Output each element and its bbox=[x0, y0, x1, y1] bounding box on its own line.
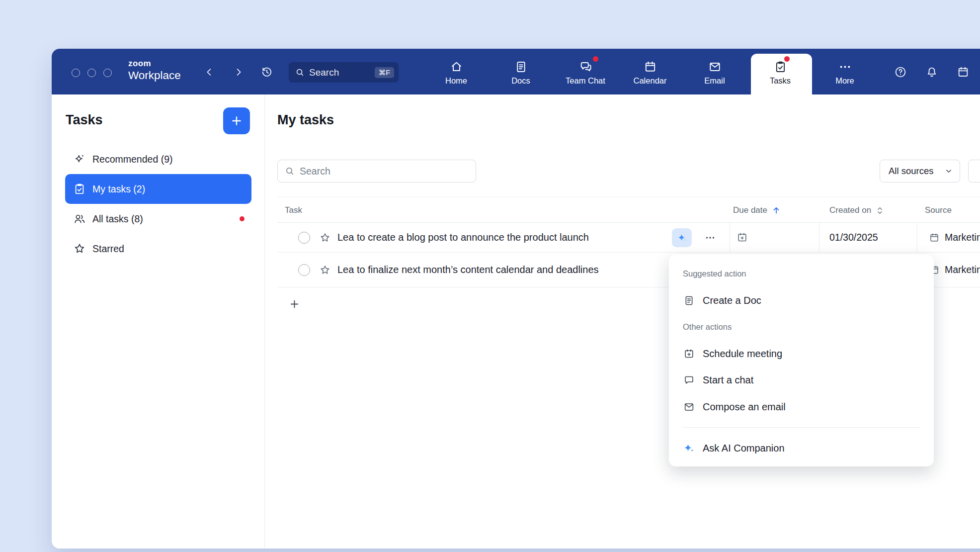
chat-bubble-icon bbox=[683, 374, 695, 386]
sidebar-item-my-tasks[interactable]: My tasks (2) bbox=[65, 174, 251, 204]
nav-more[interactable]: More bbox=[816, 60, 874, 91]
doc-icon bbox=[683, 295, 695, 306]
global-search-input[interactable] bbox=[309, 67, 370, 78]
sidebar-item-label: All tasks (8) bbox=[92, 213, 143, 225]
sources-filter-button[interactable]: All sources bbox=[880, 160, 960, 183]
ai-companion-button[interactable] bbox=[672, 228, 692, 247]
sidebar-item-starred[interactable]: Starred bbox=[65, 234, 251, 264]
schedule-button[interactable] bbox=[954, 63, 972, 81]
menu-section-label: Suggested action bbox=[683, 268, 746, 279]
task-row[interactable]: Lea to create a blog post to announce th… bbox=[277, 223, 980, 253]
sort-ascending-icon bbox=[771, 205, 781, 215]
column-source-label: Source bbox=[925, 205, 952, 215]
window-control-minimize[interactable] bbox=[87, 69, 96, 77]
task-source: Marketing bbox=[945, 223, 980, 252]
menu-item-label: Schedule meeting bbox=[703, 348, 782, 360]
task-search-input[interactable] bbox=[300, 166, 469, 177]
row-more-button[interactable] bbox=[701, 229, 720, 247]
nav-team-chat[interactable]: Team Chat bbox=[557, 60, 614, 91]
column-source[interactable]: Source bbox=[925, 197, 952, 223]
global-search[interactable]: ⌘F bbox=[289, 62, 399, 83]
menu-section-label: Other actions bbox=[683, 321, 732, 333]
calendar-plus-icon bbox=[683, 348, 695, 360]
home-icon bbox=[450, 60, 463, 74]
nav-calendar-label: Calendar bbox=[634, 76, 667, 86]
window-control-maximize[interactable] bbox=[103, 69, 112, 77]
chevron-right-icon bbox=[233, 67, 244, 78]
help-button[interactable] bbox=[892, 63, 909, 81]
history-button[interactable] bbox=[258, 63, 276, 81]
task-complete-checkbox[interactable] bbox=[298, 264, 310, 276]
team-chat-icon bbox=[579, 60, 592, 74]
search-shortcut-badge: ⌘F bbox=[375, 67, 394, 78]
sources-filter-label: All sources bbox=[889, 166, 933, 177]
nav-email[interactable]: Email bbox=[686, 60, 743, 91]
set-due-date-icon[interactable] bbox=[736, 232, 748, 243]
help-icon bbox=[894, 66, 907, 79]
menu-item-ask-ai-companion[interactable]: Ask AI Companion bbox=[683, 437, 920, 459]
bell-icon bbox=[925, 66, 938, 79]
nav-tasks[interactable]: Tasks bbox=[751, 60, 809, 91]
cell-divider bbox=[730, 223, 730, 252]
cell-divider bbox=[917, 223, 917, 252]
notifications-button[interactable] bbox=[923, 63, 941, 81]
menu-item-label: Ask AI Companion bbox=[703, 443, 785, 454]
chevron-left-icon bbox=[204, 67, 215, 78]
task-complete-checkbox[interactable] bbox=[298, 232, 310, 244]
chevron-down-icon bbox=[944, 167, 953, 176]
menu-item-compose-email[interactable]: Compose an email bbox=[683, 396, 920, 418]
email-icon bbox=[708, 60, 722, 74]
task-list-icon bbox=[73, 183, 86, 195]
topbar: zoom Workplace ⌘F Home Docs Team Ch bbox=[52, 49, 980, 94]
star-icon[interactable] bbox=[319, 264, 331, 276]
nav-email-label: Email bbox=[704, 76, 725, 86]
all-tasks-notification-dot bbox=[240, 216, 245, 221]
sidebar-item-recommended[interactable]: Recommended (9) bbox=[65, 144, 251, 174]
page-title: My tasks bbox=[277, 112, 334, 128]
nav-calendar[interactable]: Calendar bbox=[621, 60, 679, 91]
nav-home[interactable]: Home bbox=[427, 60, 485, 91]
sort-both-icon bbox=[875, 206, 885, 215]
calendar-icon bbox=[644, 60, 657, 74]
nav-docs[interactable]: Docs bbox=[492, 60, 550, 91]
nav-team-chat-label: Team Chat bbox=[566, 76, 605, 86]
add-task-row-button[interactable] bbox=[287, 296, 302, 311]
table-header: Task Due date Created on Source bbox=[277, 197, 980, 223]
menu-divider bbox=[683, 427, 920, 428]
tasks-notification-dot bbox=[784, 56, 790, 62]
column-due-date[interactable]: Due date bbox=[733, 197, 781, 223]
sidebar-title: Tasks bbox=[66, 112, 103, 128]
source-calendar-icon bbox=[929, 232, 940, 243]
column-created-on[interactable]: Created on bbox=[829, 197, 885, 223]
star-icon[interactable] bbox=[319, 232, 331, 244]
search-icon bbox=[285, 166, 295, 176]
overflow-filter-button[interactable] bbox=[968, 160, 980, 183]
window-control-close[interactable] bbox=[72, 69, 80, 77]
ai-actions-menu: Suggested action Create a Doc Other acti… bbox=[669, 255, 934, 466]
forward-button[interactable] bbox=[230, 63, 247, 81]
new-task-button[interactable] bbox=[223, 107, 250, 134]
menu-item-start-chat[interactable]: Start a chat bbox=[683, 369, 920, 391]
column-created-on-label: Created on bbox=[829, 205, 871, 215]
sidebar-item-all-tasks[interactable]: All tasks (8) bbox=[65, 204, 251, 234]
task-title: Lea to create a blog post to announce th… bbox=[337, 223, 589, 252]
column-task[interactable]: Task bbox=[285, 197, 302, 223]
column-task-label: Task bbox=[285, 205, 302, 215]
back-button[interactable] bbox=[200, 63, 218, 81]
cell-divider bbox=[819, 223, 819, 252]
ai-companion-icon bbox=[683, 442, 695, 454]
nav-tasks-label: Tasks bbox=[770, 76, 791, 86]
sidebar-item-label: Recommended (9) bbox=[92, 154, 172, 165]
team-chat-notification-dot bbox=[593, 56, 598, 62]
search-icon bbox=[295, 68, 305, 77]
plus-icon bbox=[230, 114, 243, 127]
menu-item-schedule-meeting[interactable]: Schedule meeting bbox=[683, 343, 920, 365]
nav-home-label: Home bbox=[445, 76, 467, 86]
ellipsis-icon bbox=[704, 232, 716, 244]
sidebar-item-label: Starred bbox=[92, 243, 124, 255]
menu-item-label: Compose an email bbox=[703, 401, 786, 413]
menu-item-create-doc[interactable]: Create a Doc bbox=[683, 289, 920, 311]
sidebar-item-label: My tasks (2) bbox=[92, 184, 145, 195]
task-search[interactable] bbox=[277, 160, 476, 183]
menu-item-label: Start a chat bbox=[703, 374, 753, 386]
